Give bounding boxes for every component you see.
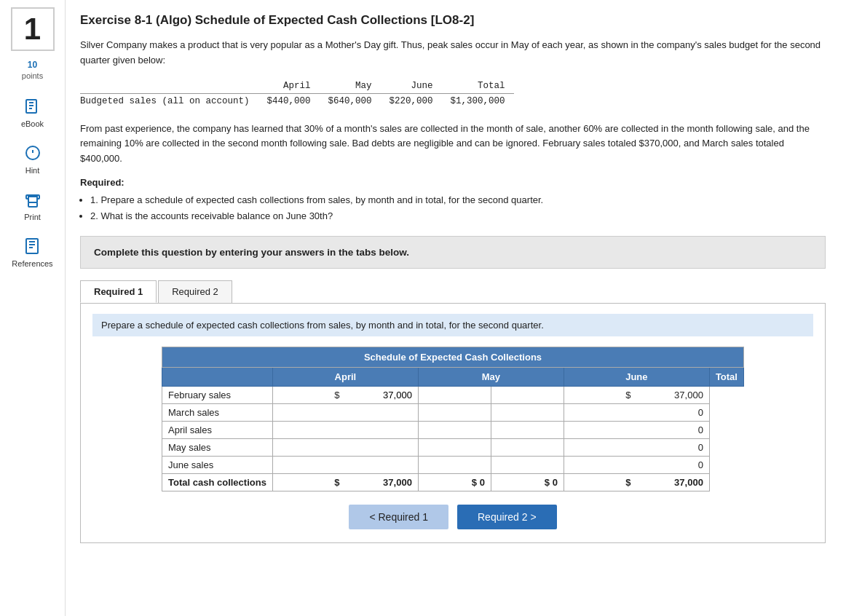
sidebar: 1 10 points eBook Hint — [0, 0, 66, 616]
row-label-march: March sales — [162, 404, 273, 422]
total-label: Total cash collections — [162, 474, 273, 491]
schedule-header-total: Total — [709, 368, 743, 387]
schedule-header-may: May — [418, 368, 564, 387]
march-may-input[interactable] — [418, 404, 491, 422]
total-may-cell: $ 0 — [418, 474, 491, 491]
sidebar-item-references[interactable]: References — [12, 234, 52, 268]
tab-required2[interactable]: Required 2 — [158, 280, 232, 303]
required-label: Required: — [80, 177, 826, 188]
june-may-field[interactable] — [427, 459, 485, 470]
total-row: Total cash collections $ 37,000 $ 0 $ 0 … — [162, 474, 744, 491]
question-number: 1 — [24, 12, 41, 47]
tab-required1[interactable]: Required 1 — [80, 280, 157, 303]
row-label-feb: February sales — [162, 387, 273, 404]
sidebar-item-hint[interactable]: Hint — [21, 141, 44, 175]
ebook-label: eBook — [21, 119, 44, 128]
budget-col-total: Total — [442, 79, 514, 94]
exercise-title: Exercise 8-1 (Algo) Schedule of Expected… — [80, 13, 826, 28]
feb-june-field[interactable] — [499, 390, 558, 400]
hint-icon — [21, 141, 44, 165]
sidebar-item-ebook[interactable]: eBook — [21, 95, 44, 128]
feb-may-field[interactable] — [427, 390, 485, 400]
tab-content: Prepare a schedule of expected cash coll… — [80, 303, 826, 543]
march-may-field[interactable] — [427, 407, 485, 418]
sidebar-item-print[interactable]: Print — [21, 188, 44, 221]
table-row: May sales 0 — [162, 439, 744, 457]
prev-button[interactable]: < Required 1 — [349, 505, 448, 529]
feb-may-input[interactable] — [418, 387, 491, 404]
required-item-2: 2. What is the accounts receivable balan… — [90, 208, 826, 224]
feb-june-input[interactable] — [491, 387, 564, 404]
march-april-field[interactable] — [354, 407, 412, 418]
may-april-field[interactable] — [354, 442, 412, 453]
svg-rect-2 — [28, 202, 37, 207]
schedule-table: Schedule of Expected Cash Collections Ap… — [162, 347, 744, 491]
march-june-input[interactable] — [491, 404, 564, 422]
required-item-1: 1. Prepare a schedule of expected cash c… — [90, 192, 826, 208]
tab-description: Prepare a schedule of expected cash coll… — [92, 314, 813, 336]
june-april-input[interactable] — [345, 457, 418, 474]
budget-table-wrap: April May June Total Budgeted sales (all… — [80, 79, 826, 108]
budget-val-june: $220,000 — [381, 93, 442, 108]
main-content: Exercise 8-1 (Algo) Schedule of Expected… — [66, 0, 846, 616]
feb-april-field[interactable] — [354, 390, 412, 400]
budget-val-may: $640,000 — [320, 93, 381, 108]
budget-row-label: Budgeted sales (all on account) — [80, 93, 258, 108]
total-april-val: 37,000 — [345, 474, 418, 491]
june-total-val: 0 — [636, 457, 709, 474]
schedule-table-wrap: Schedule of Expected Cash Collections Ap… — [92, 347, 813, 491]
april-april-input[interactable] — [345, 422, 418, 439]
budget-val-total: $1,300,000 — [442, 93, 514, 108]
june-april-field[interactable] — [354, 459, 412, 470]
table-row: April sales 0 — [162, 422, 744, 439]
references-icon — [20, 234, 44, 258]
june-june-field[interactable] — [499, 459, 558, 470]
points-label: points — [22, 71, 43, 80]
row-label-april: April sales — [162, 422, 273, 439]
nav-buttons: < Required 1 Required 2 > — [92, 505, 813, 529]
june-may-input[interactable] — [418, 457, 491, 474]
schedule-header-april: April — [272, 368, 418, 387]
budget-val-april: $440,000 — [258, 93, 320, 108]
budget-col-may: May — [320, 79, 381, 94]
budget-col-june: June — [381, 79, 442, 94]
question-text-1: Silver Company makes a product that is v… — [80, 38, 826, 68]
total-total-dollar: $ — [564, 474, 636, 491]
april-total-val: 0 — [636, 422, 709, 439]
points-value: 10 — [28, 60, 37, 70]
tabs-row: Required 1 Required 2 — [80, 280, 826, 303]
april-may-input[interactable] — [418, 422, 491, 439]
feb-april-input[interactable] — [345, 387, 418, 404]
may-may-field[interactable] — [427, 442, 485, 453]
schedule-header-blank — [162, 368, 273, 387]
march-april-input[interactable] — [345, 404, 418, 422]
row-label-may: May sales — [162, 439, 273, 457]
question-text-2: From past experience, the company has le… — [80, 122, 826, 167]
print-label: Print — [24, 213, 41, 221]
budget-table: April May June Total Budgeted sales (all… — [80, 79, 514, 108]
question-number-box: 1 — [11, 7, 55, 51]
april-april-field[interactable] — [354, 425, 412, 435]
may-april-input[interactable] — [345, 439, 418, 457]
feb-total-dollar: $ — [564, 387, 636, 404]
complete-box-text: Complete this question by entering your … — [94, 247, 409, 258]
total-april-dollar: $ — [272, 474, 345, 491]
june-june-input[interactable] — [491, 457, 564, 474]
ebook-icon — [21, 95, 44, 118]
may-total-val: 0 — [636, 439, 709, 457]
april-may-field[interactable] — [427, 425, 485, 435]
may-june-input[interactable] — [491, 439, 564, 457]
references-label: References — [12, 259, 52, 268]
total-june-cell: $ 0 — [491, 474, 564, 491]
feb-april-dollar: $ — [272, 387, 345, 404]
budget-col-april: April — [258, 79, 320, 94]
may-june-field[interactable] — [499, 442, 558, 453]
may-may-input[interactable] — [418, 439, 491, 457]
row-label-june: June sales — [162, 457, 273, 474]
march-june-field[interactable] — [499, 407, 558, 418]
april-june-input[interactable] — [491, 422, 564, 439]
april-june-field[interactable] — [499, 425, 558, 435]
next-button[interactable]: Required 2 > — [457, 505, 557, 529]
feb-total-val: 37,000 — [636, 387, 709, 404]
table-row: March sales 0 — [162, 404, 744, 422]
